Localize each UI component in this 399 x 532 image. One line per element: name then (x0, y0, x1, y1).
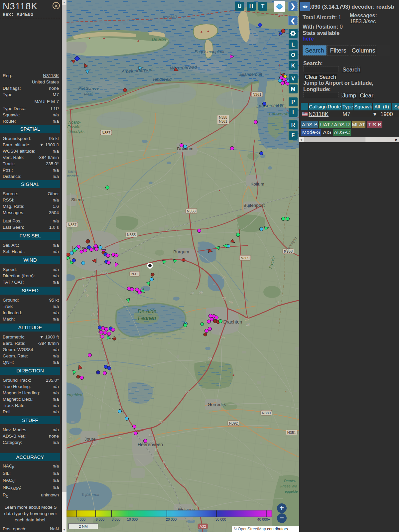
svg-text:19: 19 (74, 474, 78, 478)
svg-text:9: 9 (183, 483, 185, 487)
svg-text:ûtendyks: ûtendyks (68, 129, 84, 134)
svg-text:25: 25 (81, 276, 86, 280)
svg-text:Drents-: Drents- (284, 479, 296, 483)
svg-text:Kollum: Kollum (250, 182, 264, 187)
svg-text:▲: ▲ (207, 29, 210, 33)
svg-text:15: 15 (91, 313, 95, 317)
svg-text:29: 29 (220, 336, 225, 340)
svg-text:25: 25 (86, 277, 90, 281)
svg-text:24: 24 (91, 443, 96, 447)
svg-text:30: 30 (245, 318, 249, 322)
svg-text:28: 28 (208, 356, 212, 360)
svg-text:16: 16 (83, 288, 87, 292)
svg-text:Feanen: Feanen (138, 315, 156, 321)
svg-text:25: 25 (117, 436, 122, 440)
svg-text:Heideveld: Heideveld (153, 77, 172, 82)
svg-text:4 000: 4 000 (77, 517, 85, 521)
svg-text:De Alde: De Alde (138, 309, 156, 314)
svg-text:27: 27 (222, 275, 227, 279)
svg-text:▲: ▲ (200, 30, 203, 33)
svg-text:10 000: 10 000 (127, 517, 138, 521)
svg-text:28: 28 (199, 290, 203, 294)
svg-text:eggelde: eggelde (285, 489, 298, 493)
svg-text:plaat: plaat (84, 91, 93, 95)
svg-text:13: 13 (108, 370, 112, 374)
svg-text:8: 8 (196, 505, 198, 509)
svg-text:▲: ▲ (278, 14, 281, 17)
svg-text:Eilanderbult: Eilanderbult (239, 72, 263, 77)
svg-text:23: 23 (68, 435, 72, 439)
svg-text:Gorredijk: Gorredijk (208, 402, 226, 407)
svg-text:40 000+: 40 000+ (257, 517, 270, 521)
svg-text:▲: ▲ (285, 390, 287, 393)
svg-text:9: 9 (180, 477, 182, 481)
svg-text:▲: ▲ (88, 37, 91, 40)
svg-text:basis: basis (67, 169, 76, 173)
svg-text:✈: ✈ (69, 226, 72, 230)
svg-text:Burgum: Burgum (173, 249, 189, 254)
svg-text:Piet Scheve: Piet Scheve (78, 86, 98, 90)
svg-text:30 000: 30 000 (215, 517, 226, 521)
svg-text:▲: ▲ (103, 36, 106, 40)
svg-text:Fryslân: Fryslân (67, 125, 80, 129)
svg-text:▲: ▲ (232, 373, 235, 376)
svg-text:N361: N361 (253, 92, 261, 96)
svg-text:12: 12 (148, 433, 152, 437)
svg-text:N361: N361 (219, 119, 227, 123)
svg-text:N369: N369 (241, 256, 249, 260)
svg-text:Lauwersmeer: Lauwersmeer (256, 103, 284, 109)
svg-text:Drachten: Drachten (223, 319, 242, 325)
svg-text:26a: 26a (158, 419, 165, 423)
svg-text:16: 16 (85, 293, 89, 297)
svg-text:20 000: 20 000 (166, 517, 177, 521)
svg-text:12: 12 (150, 439, 154, 443)
svg-text:26: 26 (100, 271, 104, 275)
svg-text:Noard-: Noard- (68, 120, 81, 125)
svg-text:Joure: Joure (84, 437, 96, 442)
svg-text:A32: A32 (200, 524, 206, 528)
svg-text:Engelsmanplaat: Engelsmanplaat (195, 50, 224, 54)
svg-text:29: 29 (228, 301, 233, 305)
svg-text:Buitenpost: Buitenpost (243, 203, 265, 208)
svg-text:17: 17 (82, 283, 87, 287)
svg-text:Friese Wo: Friese Wo (280, 484, 297, 488)
svg-text:N356: N356 (187, 209, 196, 213)
svg-text:30: 30 (246, 323, 250, 327)
svg-text:Tsjûkemar: Tsjûkemar (81, 492, 100, 497)
svg-text:31: 31 (275, 300, 279, 304)
svg-text:N380: N380 (262, 411, 271, 415)
svg-text:N31: N31 (131, 272, 138, 276)
svg-text:De Hôn: De Hôn (152, 37, 166, 42)
svg-text:27: 27 (185, 391, 189, 395)
svg-text:15: 15 (94, 321, 98, 325)
svg-text:10: 10 (164, 466, 168, 469)
svg-text:warden: warden (67, 174, 79, 178)
svg-text:▲: ▲ (137, 39, 140, 42)
svg-text:N392: N392 (229, 421, 238, 425)
svg-text:N351: N351 (287, 431, 296, 435)
svg-text:8 000: 8 000 (112, 517, 120, 521)
svg-text:11: 11 (155, 448, 158, 452)
svg-text:6 000: 6 000 (96, 517, 104, 521)
svg-text:10: 10 (162, 460, 166, 464)
svg-text:N357: N357 (102, 131, 110, 135)
svg-text:19: 19 (75, 479, 79, 483)
svg-text:Stiens: Stiens (71, 197, 84, 202)
svg-text:8: 8 (195, 499, 197, 503)
svg-text:N358: N358 (219, 115, 227, 119)
svg-text:ergebied: ergebied (67, 393, 82, 397)
svg-text:28: 28 (190, 291, 194, 295)
svg-text:29: 29 (221, 296, 226, 300)
svg-text:26: 26 (104, 270, 108, 274)
svg-text:N355: N355 (127, 233, 136, 237)
